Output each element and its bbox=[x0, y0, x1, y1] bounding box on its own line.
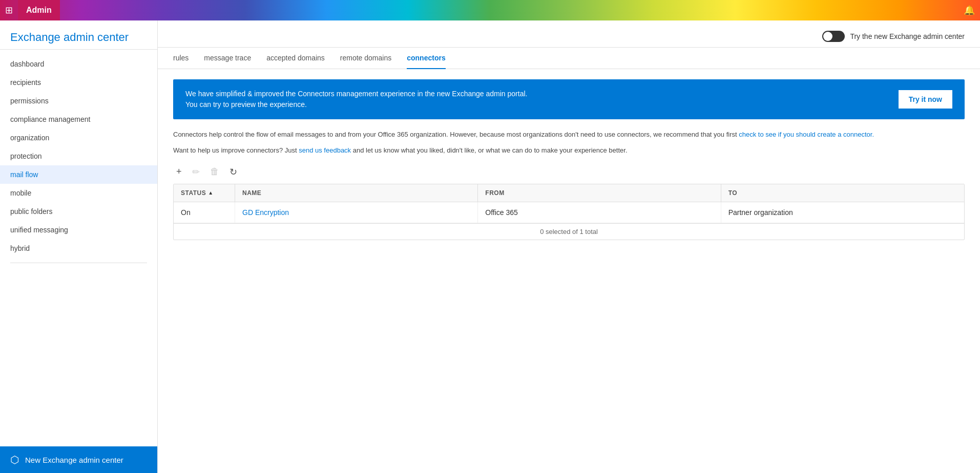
sidebar-item-organization[interactable]: organization bbox=[0, 128, 157, 147]
col-from-label: FROM bbox=[485, 189, 504, 197]
new-eac-toggle[interactable] bbox=[822, 31, 845, 42]
col-status[interactable]: STATUS ▲ bbox=[174, 184, 235, 202]
add-button[interactable]: + bbox=[173, 164, 185, 180]
sidebar-item-mail-flow[interactable]: mail flow bbox=[0, 165, 157, 184]
sidebar-item-recipients[interactable]: recipients bbox=[0, 73, 157, 92]
tab-remote-domains[interactable]: remote domains bbox=[340, 48, 391, 69]
check-connector-link[interactable]: check to see if you should create a conn… bbox=[739, 131, 874, 138]
row-to: Partner organization bbox=[721, 202, 964, 223]
sidebar: Exchange admin center dashboard recipien… bbox=[0, 20, 158, 473]
sidebar-item-dashboard[interactable]: dashboard bbox=[0, 55, 157, 73]
toggle-label: Try the new Exchange admin center bbox=[850, 32, 965, 40]
table-row[interactable]: On GD Encryption Office 365 Partner orga… bbox=[174, 202, 964, 223]
sidebar-divider bbox=[10, 263, 147, 263]
tab-connectors[interactable]: connectors bbox=[407, 48, 445, 69]
refresh-button[interactable]: ↻ bbox=[226, 164, 240, 180]
admin-title: Admin bbox=[18, 0, 60, 20]
table-header: STATUS ▲ NAME FROM TO bbox=[174, 184, 964, 202]
desc-pre1: Connectors help control the flow of emai… bbox=[173, 131, 739, 138]
tab-nav: rules message trace accepted domains rem… bbox=[158, 48, 980, 69]
tab-accepted-domains[interactable]: accepted domains bbox=[266, 48, 325, 69]
desc-pre2: Want to help us improve connectors? Just bbox=[173, 146, 299, 154]
sidebar-item-public-folders[interactable]: public folders bbox=[0, 202, 157, 221]
sidebar-item-permissions[interactable]: permissions bbox=[0, 92, 157, 110]
main-layout: Exchange admin center dashboard recipien… bbox=[0, 20, 980, 473]
try-it-now-button[interactable]: Try it now bbox=[899, 90, 952, 109]
sidebar-item-compliance-management[interactable]: compliance management bbox=[0, 110, 157, 128]
row-from: Office 365 bbox=[478, 202, 721, 223]
new-eac-icon: ⬡ bbox=[10, 454, 19, 466]
new-eac-label: New Exchange admin center bbox=[25, 456, 123, 464]
col-from: FROM bbox=[478, 184, 721, 202]
sidebar-item-protection[interactable]: protection bbox=[0, 147, 157, 165]
delete-button[interactable]: 🗑 bbox=[207, 164, 222, 180]
bell-icon[interactable]: 🔔 bbox=[964, 5, 975, 16]
col-name-label: NAME bbox=[242, 189, 261, 197]
sidebar-header: Exchange admin center bbox=[0, 20, 157, 50]
sidebar-item-mobile[interactable]: mobile bbox=[0, 184, 157, 202]
topbar: ⊞ Admin 🔔 bbox=[0, 0, 980, 20]
sidebar-item-hybrid[interactable]: hybrid bbox=[0, 239, 157, 257]
row-status: On bbox=[174, 202, 235, 223]
content-area: We have simplified & improved the Connec… bbox=[158, 69, 980, 473]
tab-rules[interactable]: rules bbox=[173, 48, 189, 69]
main-content: Try the new Exchange admin center rules … bbox=[158, 20, 980, 473]
toolbar: + ✏ 🗑 ↻ bbox=[173, 164, 965, 180]
connectors-table: STATUS ▲ NAME FROM TO On GD Encryptio bbox=[173, 184, 965, 240]
col-to: TO bbox=[721, 184, 964, 202]
banner: We have simplified & improved the Connec… bbox=[173, 79, 965, 119]
edit-button[interactable]: ✏ bbox=[189, 164, 203, 180]
toggle-knob bbox=[823, 32, 832, 41]
sidebar-item-unified-messaging[interactable]: unified messaging bbox=[0, 221, 157, 239]
sidebar-nav: dashboard recipients permissions complia… bbox=[0, 50, 157, 446]
table-footer: 0 selected of 1 total bbox=[174, 223, 964, 240]
banner-text: We have simplified & improved the Connec… bbox=[185, 89, 527, 110]
send-feedback-link[interactable]: send us feedback bbox=[299, 146, 351, 154]
sort-icon: ▲ bbox=[208, 190, 213, 196]
page-header: Try the new Exchange admin center bbox=[158, 20, 980, 48]
description-line1: Connectors help control the flow of emai… bbox=[173, 130, 965, 140]
row-name: GD Encryption bbox=[235, 202, 478, 223]
grid-icon[interactable]: ⊞ bbox=[5, 5, 13, 16]
banner-line1: We have simplified & improved the Connec… bbox=[185, 89, 527, 99]
banner-line2: You can try to preview the experience. bbox=[185, 99, 527, 110]
description-line2: Want to help us improve connectors? Just… bbox=[173, 145, 965, 156]
col-status-label: STATUS bbox=[181, 189, 206, 197]
new-exchange-admin-center-link[interactable]: ⬡ New Exchange admin center bbox=[0, 446, 157, 473]
desc-post2: and let us know what you liked, didn't l… bbox=[351, 146, 627, 154]
col-name: NAME bbox=[235, 184, 478, 202]
tab-message-trace[interactable]: message trace bbox=[204, 48, 251, 69]
col-to-label: TO bbox=[728, 189, 737, 197]
